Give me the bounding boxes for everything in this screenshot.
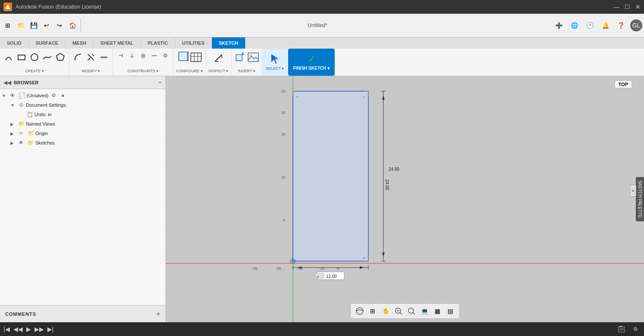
svg-marker-19 xyxy=(242,52,245,55)
svg-point-59 xyxy=(356,308,363,314)
help-icon[interactable]: ❓ xyxy=(615,19,627,31)
save-icon[interactable]: 💾 xyxy=(28,19,40,31)
folder-icon-sketches: 📁 xyxy=(27,139,34,146)
svg-rect-67 xyxy=(619,327,625,332)
sketch-palette-tab[interactable]: SKETCH PALETTE xyxy=(636,177,644,221)
tab-plastic[interactable]: PLASTIC xyxy=(141,37,175,49)
polygon-tool[interactable] xyxy=(54,50,66,64)
tree-item-unsaved[interactable]: ▼ 👁 📄 (Unsaved) ⚙ ● xyxy=(0,91,165,100)
trim-tool[interactable] xyxy=(85,50,97,64)
grid-toggle-tool[interactable]: ▦ xyxy=(432,305,443,317)
canvas-area[interactable]: ≡ 24.00 12.00 24.00 ↗ ↖ ↙ xyxy=(166,76,644,322)
create-label: CREATE ▾ xyxy=(25,69,44,74)
eye-icon-origin[interactable]: 👁 xyxy=(18,130,25,137)
file-icon[interactable]: 📁 xyxy=(15,19,27,31)
tree-label-sketches: Sketches xyxy=(35,140,55,145)
user-icon[interactable]: GL xyxy=(630,19,642,31)
settings-icon-unsaved[interactable]: ⚙ xyxy=(50,92,57,99)
inspect-label: INSPECT ▾ xyxy=(208,69,228,74)
spline-tool[interactable] xyxy=(41,50,53,64)
tree-label-named-views: Named Views xyxy=(26,121,55,126)
minimize-button[interactable]: — xyxy=(613,3,619,10)
svg-point-2 xyxy=(31,54,38,61)
anim-to-start[interactable]: |◀ xyxy=(3,326,10,333)
anim-clip-board[interactable] xyxy=(616,324,627,334)
coincident-constraint[interactable]: ⊣ xyxy=(115,50,126,61)
insert-image-tool[interactable] xyxy=(247,50,259,64)
sketch-grid: ≡ 24.00 12.00 24.00 ↗ ↖ ↙ xyxy=(166,76,644,322)
ribbon-tabs: SOLID SURFACE MESH SHEET METAL PLASTIC U… xyxy=(0,37,644,49)
save-icon-unsaved[interactable]: ● xyxy=(59,92,66,99)
tree-item-origin[interactable]: ▶ 👁 📁 Origin xyxy=(0,129,165,138)
measure-tool[interactable] xyxy=(212,50,224,64)
collapse-right-button[interactable]: » xyxy=(630,185,636,197)
eye-icon-unsaved[interactable]: 👁 xyxy=(9,92,16,99)
pan-tool[interactable]: ✋ xyxy=(380,305,391,317)
modify-group: MODIFY ▾ xyxy=(69,49,113,76)
svg-text:25: 25 xyxy=(281,89,286,93)
anim-next[interactable]: ▶▶ xyxy=(34,326,44,333)
anim-prev[interactable]: ◀◀ xyxy=(13,326,23,333)
arc-tool[interactable] xyxy=(3,50,15,64)
anim-to-end[interactable]: ▶| xyxy=(47,326,54,333)
tree-arrow-unsaved: ▼ xyxy=(2,93,8,98)
svg-text:-25: -25 xyxy=(252,266,258,271)
history-icon[interactable]: 🕐 xyxy=(584,19,596,31)
svg-text:12.00: 12.00 xyxy=(326,274,337,279)
eye-icon-sketches[interactable]: 👁 xyxy=(18,139,25,146)
browser-minus-icon[interactable]: − xyxy=(158,79,162,86)
rect-tool[interactable] xyxy=(16,50,28,64)
svg-text:15: 15 xyxy=(281,132,286,136)
tree-item-sketches[interactable]: ▶ 👁 📁 Sketches xyxy=(0,138,165,148)
tree-item-units[interactable]: 📋 Units: in xyxy=(0,110,165,119)
tab-sketch[interactable]: SKETCH xyxy=(212,37,246,49)
tab-surface[interactable]: SURFACE xyxy=(29,37,66,49)
toolbar-separator xyxy=(81,18,81,32)
tab-solid[interactable]: SOLID xyxy=(0,37,29,49)
select-tool[interactable] xyxy=(269,52,281,66)
tree-item-doc-settings[interactable]: ▼ ⚙ Document Settings xyxy=(0,100,165,110)
home-icon[interactable]: 🏠 xyxy=(66,19,78,31)
browser-collapse-icon[interactable]: ◀◀ xyxy=(3,80,11,86)
toolbar: ⊞ 📁 💾 ↩ ↪ 🏠 Untitled* ➕ 🌐 🕐 🔔 ❓ GL xyxy=(0,14,644,37)
pan-box-tool[interactable]: ⊞ xyxy=(367,305,378,317)
tab-mesh[interactable]: MESH xyxy=(65,37,93,49)
redo-icon[interactable]: ↪ xyxy=(53,19,65,31)
insert-tool[interactable] xyxy=(234,50,246,64)
sketch-dim-tool[interactable] xyxy=(177,50,189,64)
sidebar: ◀◀ BROWSER − ▼ 👁 📄 (Unsaved) ⚙ ● ▼ ⚙ Doc… xyxy=(0,76,166,322)
grid-icon[interactable]: ⊞ xyxy=(2,19,14,31)
circle-tool[interactable] xyxy=(28,50,40,64)
svg-text:≡: ≡ xyxy=(317,274,319,279)
zoom-tool[interactable] xyxy=(406,305,417,317)
svg-marker-0 xyxy=(5,4,10,9)
snap-tool[interactable]: ▤ xyxy=(445,305,456,317)
svg-point-48 xyxy=(292,260,294,262)
maximize-button[interactable]: ☐ xyxy=(625,3,630,10)
sketch-table-tool[interactable] xyxy=(190,50,202,64)
notifications-icon[interactable]: 🔔 xyxy=(599,19,611,31)
folder-icon-origin: 📁 xyxy=(27,130,34,137)
undo-icon[interactable]: ↩ xyxy=(40,19,53,31)
tree-item-named-views[interactable]: ▶ 📁 Named Views xyxy=(0,119,165,129)
add-tab-icon[interactable]: ➕ xyxy=(553,19,565,31)
tree-label-units: Units: in xyxy=(34,112,52,117)
finish-sketch-button[interactable]: ✓ FINISH SKETCH ▾ xyxy=(288,49,335,76)
fillet-tool[interactable] xyxy=(72,50,84,64)
concentric-constraint[interactable]: ◎ xyxy=(138,50,148,61)
tab-sheet-metal[interactable]: SHEET METAL xyxy=(93,37,141,49)
online-icon[interactable]: 🌐 xyxy=(568,19,580,31)
collinear-constraint[interactable]: ⊥ xyxy=(127,50,137,61)
offset-tool[interactable] xyxy=(98,50,110,64)
anim-settings[interactable]: ⚙ xyxy=(630,324,641,334)
anim-play[interactable]: ▶ xyxy=(26,326,31,333)
tab-utilities[interactable]: UTILITIES xyxy=(175,37,212,49)
zoom-extents-tool[interactable] xyxy=(393,305,404,317)
comments-add-button[interactable]: + xyxy=(156,310,160,318)
fix-constraint[interactable]: ⊙ xyxy=(160,50,171,61)
svg-rect-20 xyxy=(248,53,258,62)
close-button[interactable]: ✕ xyxy=(635,3,641,10)
orbit-tool[interactable] xyxy=(354,305,365,317)
midpoint-constraint[interactable]: — xyxy=(149,50,159,61)
display-mode-tool[interactable]: 💻 xyxy=(419,305,430,317)
